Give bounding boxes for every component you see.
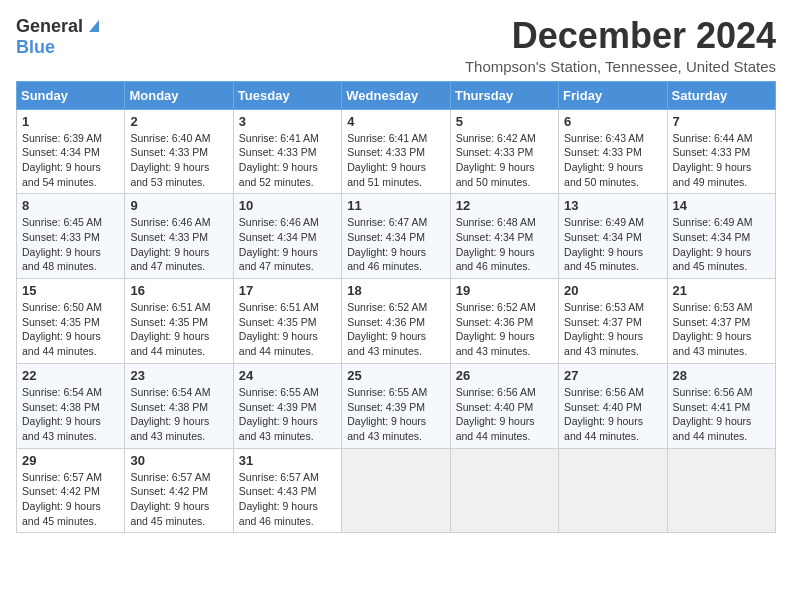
- calendar-cell: 16Sunrise: 6:51 AMSunset: 4:35 PMDayligh…: [125, 279, 233, 364]
- day-number: 27: [564, 368, 661, 383]
- header: General Blue December 2024 Thompson's St…: [16, 16, 776, 75]
- cell-details: Sunrise: 6:52 AMSunset: 4:36 PMDaylight:…: [456, 300, 553, 359]
- day-number: 1: [22, 114, 119, 129]
- cell-details: Sunrise: 6:57 AMSunset: 4:42 PMDaylight:…: [130, 470, 227, 529]
- calendar-cell: 30Sunrise: 6:57 AMSunset: 4:42 PMDayligh…: [125, 448, 233, 533]
- day-number: 8: [22, 198, 119, 213]
- day-header-friday: Friday: [559, 81, 667, 109]
- day-number: 5: [456, 114, 553, 129]
- cell-details: Sunrise: 6:40 AMSunset: 4:33 PMDaylight:…: [130, 131, 227, 190]
- calendar-cell: 19Sunrise: 6:52 AMSunset: 4:36 PMDayligh…: [450, 279, 558, 364]
- day-number: 2: [130, 114, 227, 129]
- calendar-cell: 24Sunrise: 6:55 AMSunset: 4:39 PMDayligh…: [233, 363, 341, 448]
- day-header-sunday: Sunday: [17, 81, 125, 109]
- cell-details: Sunrise: 6:49 AMSunset: 4:34 PMDaylight:…: [673, 215, 770, 274]
- cell-details: Sunrise: 6:55 AMSunset: 4:39 PMDaylight:…: [239, 385, 336, 444]
- calendar-cell: 11Sunrise: 6:47 AMSunset: 4:34 PMDayligh…: [342, 194, 450, 279]
- calendar-table: SundayMondayTuesdayWednesdayThursdayFrid…: [16, 81, 776, 534]
- day-number: 10: [239, 198, 336, 213]
- cell-details: Sunrise: 6:41 AMSunset: 4:33 PMDaylight:…: [239, 131, 336, 190]
- cell-details: Sunrise: 6:42 AMSunset: 4:33 PMDaylight:…: [456, 131, 553, 190]
- calendar-cell: 1Sunrise: 6:39 AMSunset: 4:34 PMDaylight…: [17, 109, 125, 194]
- calendar-cell: 31Sunrise: 6:57 AMSunset: 4:43 PMDayligh…: [233, 448, 341, 533]
- cell-details: Sunrise: 6:48 AMSunset: 4:34 PMDaylight:…: [456, 215, 553, 274]
- logo-general-text: General: [16, 17, 83, 37]
- day-header-wednesday: Wednesday: [342, 81, 450, 109]
- calendar-cell: [450, 448, 558, 533]
- cell-details: Sunrise: 6:56 AMSunset: 4:40 PMDaylight:…: [456, 385, 553, 444]
- calendar-cell: 9Sunrise: 6:46 AMSunset: 4:33 PMDaylight…: [125, 194, 233, 279]
- day-number: 24: [239, 368, 336, 383]
- calendar-cell: [342, 448, 450, 533]
- cell-details: Sunrise: 6:53 AMSunset: 4:37 PMDaylight:…: [564, 300, 661, 359]
- cell-details: Sunrise: 6:49 AMSunset: 4:34 PMDaylight:…: [564, 215, 661, 274]
- calendar-cell: 15Sunrise: 6:50 AMSunset: 4:35 PMDayligh…: [17, 279, 125, 364]
- day-header-saturday: Saturday: [667, 81, 775, 109]
- day-number: 9: [130, 198, 227, 213]
- cell-details: Sunrise: 6:54 AMSunset: 4:38 PMDaylight:…: [130, 385, 227, 444]
- day-number: 19: [456, 283, 553, 298]
- calendar-cell: [559, 448, 667, 533]
- calendar-cell: 23Sunrise: 6:54 AMSunset: 4:38 PMDayligh…: [125, 363, 233, 448]
- cell-details: Sunrise: 6:57 AMSunset: 4:42 PMDaylight:…: [22, 470, 119, 529]
- day-number: 18: [347, 283, 444, 298]
- cell-details: Sunrise: 6:57 AMSunset: 4:43 PMDaylight:…: [239, 470, 336, 529]
- calendar-week-row: 8Sunrise: 6:45 AMSunset: 4:33 PMDaylight…: [17, 194, 776, 279]
- day-number: 31: [239, 453, 336, 468]
- day-number: 6: [564, 114, 661, 129]
- cell-details: Sunrise: 6:46 AMSunset: 4:33 PMDaylight:…: [130, 215, 227, 274]
- calendar-cell: 3Sunrise: 6:41 AMSunset: 4:33 PMDaylight…: [233, 109, 341, 194]
- cell-details: Sunrise: 6:47 AMSunset: 4:34 PMDaylight:…: [347, 215, 444, 274]
- calendar-cell: 2Sunrise: 6:40 AMSunset: 4:33 PMDaylight…: [125, 109, 233, 194]
- calendar-week-row: 22Sunrise: 6:54 AMSunset: 4:38 PMDayligh…: [17, 363, 776, 448]
- day-number: 25: [347, 368, 444, 383]
- day-number: 15: [22, 283, 119, 298]
- title-block: December 2024 Thompson's Station, Tennes…: [465, 16, 776, 75]
- cell-details: Sunrise: 6:45 AMSunset: 4:33 PMDaylight:…: [22, 215, 119, 274]
- calendar-cell: 20Sunrise: 6:53 AMSunset: 4:37 PMDayligh…: [559, 279, 667, 364]
- logo-blue-text: Blue: [16, 38, 103, 58]
- cell-details: Sunrise: 6:56 AMSunset: 4:41 PMDaylight:…: [673, 385, 770, 444]
- day-number: 20: [564, 283, 661, 298]
- cell-details: Sunrise: 6:54 AMSunset: 4:38 PMDaylight:…: [22, 385, 119, 444]
- calendar-cell: 17Sunrise: 6:51 AMSunset: 4:35 PMDayligh…: [233, 279, 341, 364]
- month-title: December 2024: [465, 16, 776, 56]
- calendar-cell: 28Sunrise: 6:56 AMSunset: 4:41 PMDayligh…: [667, 363, 775, 448]
- day-number: 7: [673, 114, 770, 129]
- calendar-cell: 5Sunrise: 6:42 AMSunset: 4:33 PMDaylight…: [450, 109, 558, 194]
- calendar-cell: 13Sunrise: 6:49 AMSunset: 4:34 PMDayligh…: [559, 194, 667, 279]
- day-number: 3: [239, 114, 336, 129]
- cell-details: Sunrise: 6:46 AMSunset: 4:34 PMDaylight:…: [239, 215, 336, 274]
- day-number: 28: [673, 368, 770, 383]
- day-header-tuesday: Tuesday: [233, 81, 341, 109]
- day-number: 22: [22, 368, 119, 383]
- calendar-week-row: 29Sunrise: 6:57 AMSunset: 4:42 PMDayligh…: [17, 448, 776, 533]
- logo-triangle-icon: [85, 16, 103, 34]
- calendar-header-row: SundayMondayTuesdayWednesdayThursdayFrid…: [17, 81, 776, 109]
- page-container: General Blue December 2024 Thompson's St…: [16, 16, 776, 533]
- day-header-monday: Monday: [125, 81, 233, 109]
- day-number: 4: [347, 114, 444, 129]
- calendar-cell: 7Sunrise: 6:44 AMSunset: 4:33 PMDaylight…: [667, 109, 775, 194]
- calendar-cell: 26Sunrise: 6:56 AMSunset: 4:40 PMDayligh…: [450, 363, 558, 448]
- location-title: Thompson's Station, Tennessee, United St…: [465, 58, 776, 75]
- calendar-cell: 25Sunrise: 6:55 AMSunset: 4:39 PMDayligh…: [342, 363, 450, 448]
- cell-details: Sunrise: 6:41 AMSunset: 4:33 PMDaylight:…: [347, 131, 444, 190]
- cell-details: Sunrise: 6:43 AMSunset: 4:33 PMDaylight:…: [564, 131, 661, 190]
- day-number: 23: [130, 368, 227, 383]
- calendar-cell: 6Sunrise: 6:43 AMSunset: 4:33 PMDaylight…: [559, 109, 667, 194]
- day-number: 13: [564, 198, 661, 213]
- calendar-cell: 4Sunrise: 6:41 AMSunset: 4:33 PMDaylight…: [342, 109, 450, 194]
- calendar-week-row: 1Sunrise: 6:39 AMSunset: 4:34 PMDaylight…: [17, 109, 776, 194]
- day-number: 16: [130, 283, 227, 298]
- calendar-cell: 29Sunrise: 6:57 AMSunset: 4:42 PMDayligh…: [17, 448, 125, 533]
- calendar-cell: 10Sunrise: 6:46 AMSunset: 4:34 PMDayligh…: [233, 194, 341, 279]
- day-number: 21: [673, 283, 770, 298]
- calendar-cell: 8Sunrise: 6:45 AMSunset: 4:33 PMDaylight…: [17, 194, 125, 279]
- cell-details: Sunrise: 6:50 AMSunset: 4:35 PMDaylight:…: [22, 300, 119, 359]
- calendar-cell: 14Sunrise: 6:49 AMSunset: 4:34 PMDayligh…: [667, 194, 775, 279]
- cell-details: Sunrise: 6:51 AMSunset: 4:35 PMDaylight:…: [130, 300, 227, 359]
- calendar-cell: 21Sunrise: 6:53 AMSunset: 4:37 PMDayligh…: [667, 279, 775, 364]
- day-number: 30: [130, 453, 227, 468]
- calendar-cell: 22Sunrise: 6:54 AMSunset: 4:38 PMDayligh…: [17, 363, 125, 448]
